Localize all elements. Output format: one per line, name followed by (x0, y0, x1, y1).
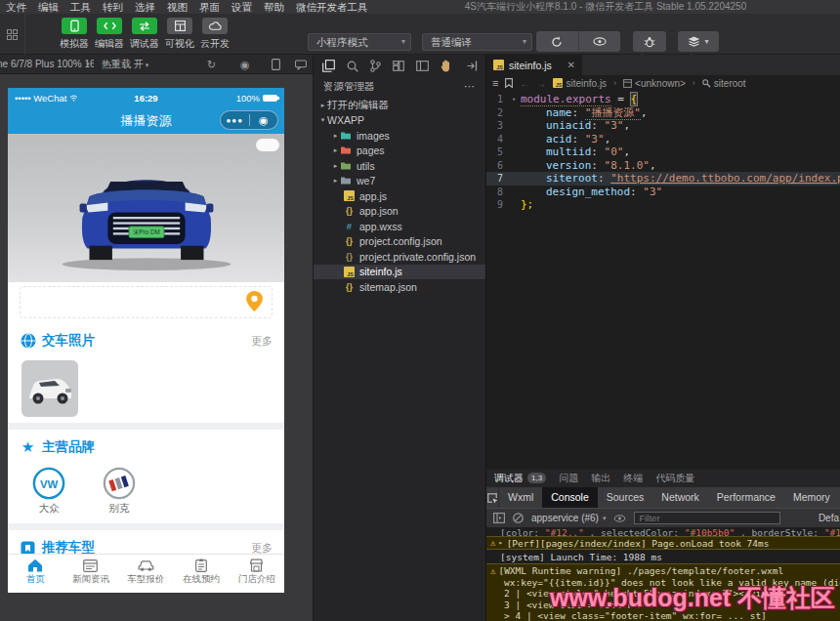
tree-item-utils[interactable]: utils (314, 158, 485, 174)
tree-item-we7[interactable]: we7 (314, 174, 485, 189)
capsule-menu[interactable]: ●●● ◉ (220, 110, 278, 130)
live-expression-icon[interactable] (613, 515, 626, 522)
back-icon[interactable]: ← (520, 78, 529, 89)
breadcrumb-symbol[interactable]: siteroot (702, 78, 746, 89)
expand-icon[interactable]: ▸ (498, 539, 502, 547)
hot-reload-toggle[interactable]: 热重载 开 (102, 55, 148, 75)
close-icon[interactable]: ✕ (567, 60, 575, 70)
menu-settings[interactable]: 设置 (226, 0, 258, 14)
menu-tools[interactable]: 工具 (64, 0, 97, 14)
collapse-sidebar-icon[interactable] (467, 61, 478, 71)
debugger-button[interactable]: 调试器 (127, 18, 162, 51)
device-select[interactable]: iPhone 6/7/8 Plus 100% 16 (0, 55, 94, 74)
bookmark-icon[interactable] (505, 78, 513, 88)
breadcrumb-unknown[interactable]: <unknown> (623, 78, 686, 89)
tree-item-app-js[interactable]: JSapp.js (314, 188, 485, 204)
tab-code-quality[interactable]: 代码质量 (655, 472, 694, 485)
tab-news[interactable]: 新闻资讯 (63, 555, 119, 593)
tab-siteinfo-js[interactable]: JS siteinfo.js ✕ (486, 55, 582, 75)
visualize-button[interactable]: 可视化 (162, 18, 197, 51)
mode-select[interactable]: 小程序模式 (308, 33, 411, 51)
profile-strip[interactable] (0, 14, 25, 55)
caret-down-icon: ▾ (704, 37, 708, 46)
tree-item-project-config[interactable]: {}project.config.json (314, 234, 485, 250)
menu-devtools[interactable]: 微信开发者工具 (290, 0, 374, 14)
extensions-icon[interactable] (393, 61, 404, 72)
panel-layout-icon[interactable] (416, 61, 429, 71)
more-actions-icon[interactable]: ⋯ (464, 77, 476, 96)
tab-booking[interactable]: 在线预约 (174, 555, 230, 593)
clear-console-icon[interactable] (513, 513, 524, 523)
tab-performance[interactable]: Performance (708, 487, 784, 508)
filter-input[interactable] (634, 512, 780, 524)
tree-item-images[interactable]: images (314, 128, 485, 144)
brand-item-buick[interactable]: 别克 (96, 465, 143, 523)
tree-item-app-json[interactable]: {}app.json (314, 204, 485, 220)
layers-icon (688, 36, 700, 47)
menu-help[interactable]: 帮助 (258, 0, 290, 14)
brand-item-vw[interactable]: VW 大众 (25, 465, 72, 523)
hero-banner[interactable]: 宋Pro DM (8, 134, 284, 282)
menu-view[interactable]: 视图 (161, 0, 193, 14)
fold-icon[interactable]: ▾ (512, 96, 521, 104)
tree-item-pages[interactable]: pages (314, 144, 485, 159)
tree-item-app-wxss[interactable]: #app.wxss (314, 219, 485, 234)
location-pin-icon[interactable] (246, 291, 263, 311)
hamburger-icon[interactable]: ≡ (492, 77, 498, 89)
inspect-element-icon[interactable] (486, 487, 499, 508)
tree-item-project-private-config[interactable]: {}project.private.config.json (314, 249, 485, 265)
editor-button[interactable]: 编辑器 (92, 18, 127, 51)
simulator-button[interactable]: 模拟器 (57, 18, 92, 51)
tab-problems[interactable]: 问题 (559, 472, 578, 485)
tab-sources[interactable]: Sources (598, 487, 653, 508)
cloud-dev-button[interactable]: 云开发 (197, 18, 232, 51)
tab-store[interactable]: 门店介绍 (229, 555, 284, 593)
tree-item-sitemap-json[interactable]: {}sitemap.json (314, 279, 485, 295)
tree-open-editors[interactable]: 打开的编辑器 (314, 98, 485, 113)
phone-frame-icon[interactable] (272, 55, 280, 74)
clear-cache-button[interactable]: ▾ (678, 31, 719, 52)
tree-item-siteinfo-js[interactable]: JSsiteinfo.js (314, 265, 485, 280)
record-icon[interactable]: ◉ (240, 55, 250, 74)
chat-icon[interactable] (295, 55, 307, 74)
tab-debugger[interactable]: 调试器1,3 (494, 472, 546, 485)
editor-panel: JS siteinfo.js ✕ ≡ ← → JSsiteinfo.js › <… (485, 55, 840, 470)
files-icon[interactable] (322, 60, 335, 72)
menu-select[interactable]: 选择 (129, 0, 161, 14)
url-link[interactable]: "https://demo.ttbobo.com/app/index.php" (610, 172, 840, 185)
car-photo-thumbnail[interactable] (21, 360, 78, 417)
device-debug-button[interactable] (633, 31, 666, 52)
forward-icon[interactable]: → (536, 78, 546, 89)
rotate-icon[interactable]: ↻ (207, 55, 216, 74)
breadcrumb-file[interactable]: JSsiteinfo.js (553, 78, 607, 89)
search-icon[interactable] (347, 61, 358, 72)
tab-output[interactable]: 输出 (591, 472, 610, 485)
debugger-label: 调试器 (127, 37, 162, 51)
more-link-photos[interactable]: 更多 (251, 334, 273, 349)
hand-tool-icon[interactable] (441, 60, 451, 72)
tab-car-price[interactable]: 车型报价 (118, 555, 174, 593)
menu-interface[interactable]: 界面 (193, 0, 226, 14)
menu-file[interactable]: 文件 (0, 0, 32, 14)
menu-edit[interactable]: 编辑 (32, 0, 64, 14)
code-area[interactable]: 1▾module.exports = { 2name: "播播资源", 3uni… (486, 93, 840, 212)
tree-label: sitemap.json (359, 281, 417, 293)
tab-console[interactable]: Console (542, 487, 598, 508)
tab-terminal[interactable]: 终端 (623, 472, 643, 485)
more-dots-icon[interactable]: ●●● (221, 116, 249, 125)
tab-memory[interactable]: Memory (784, 487, 839, 508)
context-select[interactable]: appservice (#6) (531, 513, 606, 523)
news-icon (63, 559, 119, 572)
menu-goto[interactable]: 转到 (97, 0, 129, 14)
tab-home[interactable]: 首页 (8, 555, 63, 593)
close-target-icon[interactable]: ◉ (250, 114, 278, 127)
tab-network[interactable]: Network (652, 487, 708, 508)
compile-mode-select[interactable]: 普通编译 (422, 33, 532, 51)
preview-button[interactable] (579, 31, 621, 52)
tab-wxml[interactable]: Wxml (499, 487, 542, 508)
tree-root-wxapp[interactable]: WXAPP (314, 113, 485, 129)
compile-button[interactable] (536, 31, 579, 52)
console-sidebar-icon[interactable] (493, 513, 505, 523)
source-control-icon[interactable] (370, 60, 381, 72)
log-levels-select[interactable]: Defa (819, 513, 840, 523)
